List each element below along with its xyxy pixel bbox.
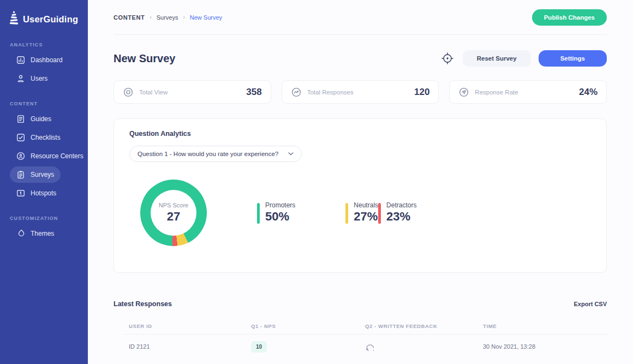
sidebar-item[interactable]: Resource Centers	[10, 148, 90, 164]
sidebar-item-label: Checklists	[31, 134, 61, 141]
stat-label: Total Responses	[307, 89, 354, 96]
breadcrumb-separator-icon: ›	[150, 14, 151, 20]
legend-name: Neutrals	[354, 201, 378, 209]
sidebar-section-label: CONTENT	[0, 101, 88, 106]
guides-icon	[16, 115, 25, 123]
topbar-divider	[114, 34, 607, 35]
hotspots-icon	[16, 189, 25, 198]
dashboard-icon	[16, 56, 25, 64]
settings-button[interactable]: Settings	[539, 50, 607, 67]
sidebar-item[interactable]: Guides	[10, 111, 58, 127]
column-header: USER ID	[129, 323, 251, 329]
sidebar: UserGuiding ANALYTICS Dashboard Users CO…	[0, 0, 88, 364]
table-row[interactable]: ID 2121 10 30 Nov 2021, 13:28	[124, 335, 607, 359]
stat-value: 120	[414, 87, 429, 98]
legend-value: 27%	[354, 210, 378, 224]
column-header: Q1 - NPS	[251, 323, 365, 329]
rate-icon	[458, 87, 469, 98]
legend-name: Promoters	[265, 201, 295, 209]
brand-name: UserGuiding	[23, 14, 78, 25]
sidebar-item-label: Resource Centers	[31, 152, 83, 160]
column-header: Q2 - WRITTEN FEEDBACK	[365, 323, 483, 329]
sidebar-item-label: Hotspots	[31, 189, 56, 197]
sidebar-item[interactable]: Users	[10, 70, 54, 87]
sidebar-section: ANALYTICS Dashboard Users	[0, 42, 88, 87]
sidebar-item-label: Guides	[31, 115, 51, 123]
users-icon	[16, 74, 25, 83]
sidebar-nav: ANALYTICS Dashboard Users CONTENT Guides…	[0, 42, 88, 242]
sidebar-item[interactable]: Themes	[10, 225, 61, 242]
page-header: New Survey Reset Survey Settings	[114, 46, 607, 71]
export-csv-button[interactable]: Export CSV	[574, 301, 607, 307]
stat-card: Total Responses 120	[282, 80, 439, 104]
sidebar-item-label: Dashboard	[31, 56, 63, 64]
main-content: CONTENT›Surveys›New Survey Publish Chang…	[88, 0, 633, 364]
brand-logo[interactable]: UserGuiding	[0, 0, 88, 28]
sidebar-item[interactable]: Checklists	[10, 129, 67, 146]
sidebar-item-label: Themes	[31, 230, 54, 237]
cell-time: 30 Nov 2021, 13:28	[483, 343, 607, 350]
question-analytics-card: Question Analytics Question 1 - How woul…	[114, 118, 607, 273]
crosshair-icon[interactable]	[440, 51, 455, 66]
breadcrumb: CONTENT›Surveys›New Survey	[114, 14, 222, 21]
nps-legend: Promoters 50% Neutrals 27% Detractors	[207, 201, 416, 246]
cell-user-id: ID 2121	[129, 343, 251, 350]
nps-score-badge: 10	[251, 341, 267, 353]
legend-name: Detractors	[386, 201, 416, 209]
sidebar-item[interactable]: Hotspots	[10, 185, 63, 201]
latest-responses-title: Latest Responses	[114, 300, 172, 308]
sidebar-section-label: CUSTOMIZATION	[0, 216, 88, 221]
legend-value: 50%	[265, 210, 295, 224]
reset-survey-button[interactable]: Reset Survey	[463, 50, 531, 67]
nps-legend-item: Neutrals 27%	[345, 201, 378, 246]
question-select-value: Question 1 - How would you rate your exp…	[138, 151, 278, 157]
latest-responses-header: Latest Responses Export CSV	[114, 300, 607, 308]
breadcrumb-separator-icon: ›	[183, 14, 184, 20]
themes-icon	[16, 229, 25, 238]
stat-value: 358	[246, 87, 261, 98]
legend-color-bar	[257, 203, 260, 224]
stat-card: Total View 358	[114, 80, 271, 104]
responses-table: USER IDQ1 - NPSQ2 - WRITTEN FEEDBACKTIME…	[114, 323, 607, 359]
stats-row: Total View 358 Total Responses 120 Respo…	[114, 80, 607, 104]
sidebar-section-label: ANALYTICS	[0, 42, 88, 47]
surveys-icon	[16, 170, 25, 179]
legend-color-bar	[378, 203, 381, 224]
column-header: TIME	[483, 323, 607, 329]
sidebar-section: CONTENT Guides Checklists Resource Cente…	[0, 101, 88, 201]
sidebar-item-label: Users	[31, 75, 47, 82]
responses-icon	[291, 87, 302, 98]
topbar: CONTENT›Surveys›New Survey Publish Chang…	[114, 0, 607, 34]
stat-label: Total View	[139, 89, 168, 96]
latest-responses-section: Latest Responses Export CSV USER IDQ1 - …	[114, 300, 607, 359]
responses-table-head: USER IDQ1 - NPSQ2 - WRITTEN FEEDBACKTIME	[124, 323, 607, 329]
page-title: New Survey	[114, 52, 175, 65]
breadcrumb-item[interactable]: CONTENT	[114, 14, 145, 21]
question-analytics-title: Question Analytics	[129, 130, 591, 138]
publish-changes-button[interactable]: Publish Changes	[532, 9, 607, 26]
nps-donut-chart: NPS Score 27	[140, 180, 207, 246]
checklists-icon	[16, 133, 25, 142]
stat-card: Response Rate 24%	[449, 80, 607, 104]
view-icon	[123, 87, 134, 98]
lighthouse-icon	[9, 11, 19, 28]
sidebar-item[interactable]: Dashboard	[10, 52, 69, 68]
page-actions: Reset Survey Settings	[440, 50, 607, 67]
chevron-down-icon	[288, 152, 294, 156]
nps-score-value: 27	[167, 210, 180, 224]
question-select[interactable]: Question 1 - How would you rate your exp…	[129, 146, 302, 162]
breadcrumb-item[interactable]: New Survey	[190, 14, 222, 21]
nps-score-label: NPS Score	[159, 202, 188, 208]
nps-chart-row: NPS Score 27 Promoters 50% Neutra	[129, 180, 591, 246]
speech-bubble-icon[interactable]	[365, 342, 374, 351]
responses-table-body: ID 2121 10 30 Nov 2021, 13:28	[124, 335, 607, 359]
breadcrumb-item[interactable]: Surveys	[157, 14, 178, 21]
resource-centers-icon	[16, 152, 25, 160]
sidebar-item-label: Surveys	[31, 171, 54, 178]
legend-value: 23%	[386, 210, 416, 224]
nps-donut-center: NPS Score 27	[151, 190, 196, 236]
nps-legend-item: Detractors 23%	[378, 201, 416, 246]
sidebar-section: CUSTOMIZATION Themes	[0, 216, 88, 242]
sidebar-item[interactable]: Surveys	[10, 166, 61, 183]
legend-color-bar	[345, 203, 348, 224]
